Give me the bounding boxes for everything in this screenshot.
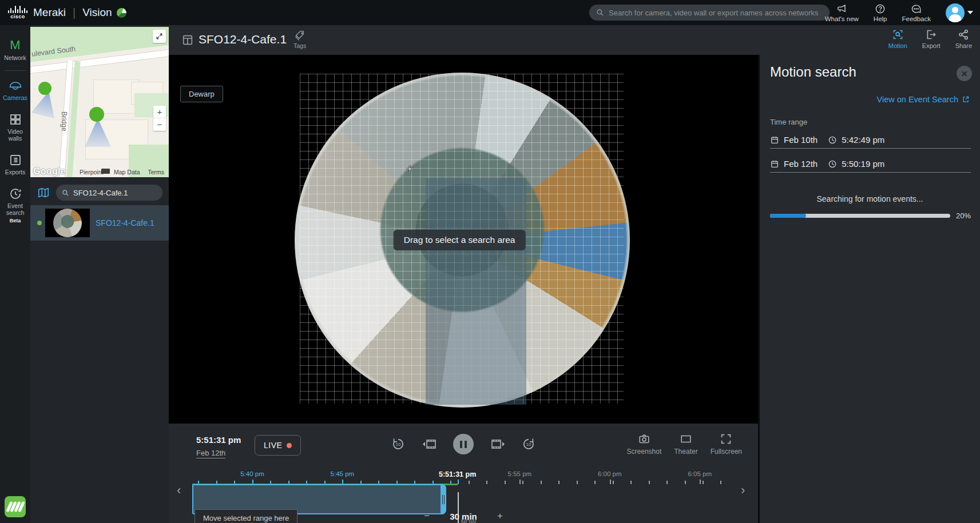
map-expand-button[interactable]	[153, 30, 166, 43]
global-search-input[interactable]	[609, 9, 823, 17]
dewarp-button[interactable]: Dewarp	[180, 86, 223, 102]
time-range-label: Time range	[770, 118, 807, 126]
cisco-logo-icon: cisco	[8, 6, 27, 19]
current-timestamp: 5:51:31 pm Feb 12th	[196, 435, 241, 458]
current-time: 5:51:31 pm	[196, 435, 241, 445]
start-time: 5:42:49 pm	[842, 135, 884, 145]
vision-pie-icon	[117, 8, 126, 18]
export-button[interactable]: Export	[922, 29, 941, 49]
keyboard-icon[interactable]	[101, 169, 110, 174]
start-date: Feb 10th	[784, 135, 818, 145]
fullscreen-icon	[719, 433, 733, 445]
tags-button[interactable]: Tags	[293, 30, 306, 49]
camera-search-field[interactable]	[56, 185, 162, 201]
layout-panel-icon	[181, 34, 194, 46]
timeline-zoom-value: 30 min	[450, 512, 477, 521]
share-button[interactable]: Share	[955, 29, 972, 49]
map-zoom-out-button[interactable]: −	[153, 118, 166, 131]
rewind-10-button[interactable]: 10	[391, 437, 406, 452]
clock-history-icon	[9, 187, 22, 201]
panel-title: Motion search	[770, 64, 856, 80]
view-link-label: View on Event Search	[877, 95, 958, 104]
avatar[interactable]	[946, 3, 965, 22]
google-logo: Google	[33, 166, 66, 177]
theater-button[interactable]: Theater	[674, 433, 697, 456]
progress-track	[770, 214, 950, 218]
global-search[interactable]	[589, 5, 830, 21]
crosshair-cursor	[406, 165, 414, 173]
map-place-label: Pierpoint	[80, 169, 103, 175]
timeline-next-button[interactable]: ›	[741, 484, 745, 497]
sidebar-item-video-walls[interactable]: Video walls	[0, 107, 30, 147]
camera-search-row	[30, 180, 169, 205]
pause-button[interactable]	[453, 434, 474, 454]
previous-frame-button[interactable]	[422, 437, 438, 451]
sidebar-item-exports[interactable]: Exports	[0, 147, 30, 181]
timeline-zoom-out-button[interactable]: −	[420, 510, 433, 522]
video-canvas[interactable]: Dewarp Drag to select a search area	[169, 55, 758, 424]
camera-name: SFO12-4-Cafe.1	[96, 218, 154, 227]
live-button[interactable]: LIVE	[255, 435, 301, 456]
motion-search-panel: Motion search ✕ View on Event Search Tim…	[758, 55, 980, 523]
tags-label: Tags	[293, 42, 306, 49]
timeline-tick	[700, 480, 701, 484]
theater-label: Theater	[674, 448, 697, 456]
export-icon	[925, 29, 937, 41]
screenshot-button[interactable]: Screenshot	[627, 433, 662, 456]
map-terms-link[interactable]: Terms	[148, 169, 164, 175]
timeline-tick-label: 6:00 pm	[598, 470, 622, 477]
online-status-dot	[37, 221, 42, 225]
map-toggle-icon[interactable]	[37, 186, 50, 199]
whats-new-label: What's new	[825, 15, 859, 22]
timeline-tick-label: 5:45 pm	[331, 470, 355, 477]
map-data-link[interactable]: Map Data	[114, 169, 140, 175]
close-button[interactable]: ✕	[957, 66, 972, 81]
start-datetime-field[interactable]: Feb 10th 5:42:49 pm	[770, 131, 971, 149]
camera-side-panel: ulevard South Bridge + − Google Pierpoin…	[30, 25, 169, 523]
live-label: LIVE	[264, 441, 282, 450]
nav-rail: M Network Cameras Video walls Exports Ev…	[0, 25, 30, 523]
search-icon	[62, 189, 69, 197]
sidebar-item-network[interactable]: M Network	[0, 25, 30, 67]
camera-search-input[interactable]	[73, 189, 157, 197]
forward-10-button[interactable]: 10	[521, 437, 536, 452]
header-actions: Motion Export Share	[888, 29, 972, 49]
map-zoom-in-button[interactable]: +	[153, 106, 166, 118]
account-menu[interactable]	[946, 3, 973, 22]
timeline-tick-label: 5:51:31 pm	[439, 470, 476, 478]
next-frame-button[interactable]	[490, 437, 506, 451]
clock-icon	[828, 159, 837, 169]
grid-icon	[9, 113, 22, 126]
close-icon: ✕	[961, 69, 968, 78]
export-label: Export	[922, 42, 941, 49]
feedback-button[interactable]: Feedback	[902, 3, 931, 22]
help-button[interactable]: Help	[874, 3, 887, 22]
motion-button[interactable]: Motion	[888, 29, 907, 49]
end-datetime-field[interactable]: Feb 12th 5:50:19 pm	[770, 155, 971, 173]
camera-list-item[interactable]: SFO12-4-Cafe.1	[30, 205, 169, 241]
fullscreen-button[interactable]: Fullscreen	[711, 433, 742, 456]
view-on-event-search-link[interactable]: View on Event Search	[877, 95, 970, 104]
current-date-link[interactable]: Feb 12th	[196, 449, 225, 458]
brand-divider: |	[73, 6, 76, 19]
svg-text:10: 10	[526, 442, 531, 447]
sidebar-item-cameras[interactable]: Cameras	[0, 74, 30, 107]
cisco-wordmark: cisco	[10, 14, 25, 19]
tags-icon	[294, 30, 306, 42]
sidebar-item-event-search[interactable]: Event search Beta	[0, 181, 30, 229]
network-label: Network	[4, 54, 26, 61]
timeline-zoom-control: − 30 min +	[420, 510, 506, 522]
location-map[interactable]: ulevard South Bridge + − Google Pierpoin…	[30, 27, 169, 177]
motion-label: Motion	[888, 42, 907, 49]
move-range-tooltip[interactable]: Move selected range here	[195, 509, 297, 523]
timeline-tick	[610, 480, 611, 484]
megaphone-icon	[836, 3, 847, 14]
camera-marker-dot	[38, 82, 51, 95]
end-date: Feb 12th	[784, 159, 818, 169]
timeline-zoom-in-button[interactable]: +	[494, 510, 506, 522]
whats-new-button[interactable]: What's new	[825, 3, 859, 22]
theater-icon	[679, 433, 693, 445]
timeline-prev-button[interactable]: ‹	[177, 484, 181, 497]
timeline-tick	[519, 480, 521, 484]
help-label: Help	[874, 15, 887, 22]
